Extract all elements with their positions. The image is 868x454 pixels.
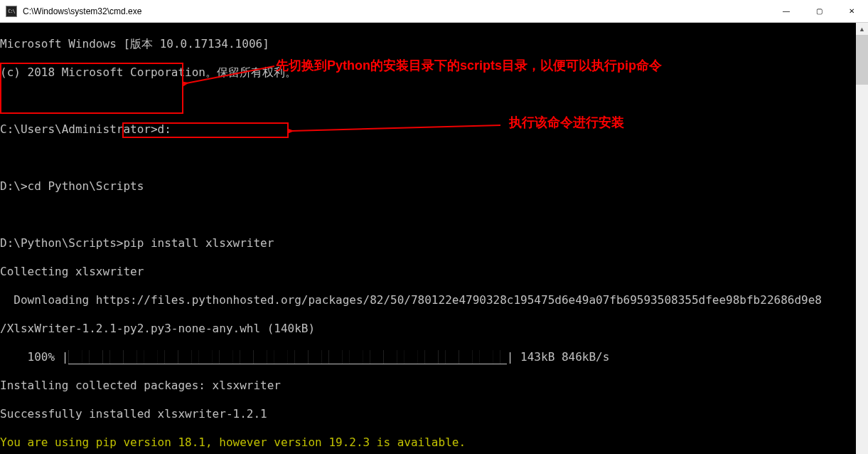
output-line (0, 151, 856, 165)
cmd-icon: C:\ (6, 6, 17, 17)
prompt-line: C:\Users\Administrator>d: (0, 122, 856, 137)
progress-bar: ████████████████████████████████████████… (68, 350, 507, 364)
window: C:\ C:\Windows\system32\cmd.exe — ▢ ✕ Mi… (0, 0, 868, 454)
prompt-line: D:\Python\Scripts>pip install xlsxwriter (0, 236, 856, 250)
terminal-area: Microsoft Windows [版本 10.0.17134.1006] (… (0, 23, 868, 454)
minimize-button[interactable]: — (770, 0, 803, 23)
scrollbar-track[interactable] (856, 35, 868, 454)
scrollbar-thumb[interactable] (856, 35, 868, 85)
prompt-line: D:\>cd Python\Scripts (0, 179, 856, 194)
titlebar[interactable]: C:\ C:\Windows\system32\cmd.exe — ▢ ✕ (0, 0, 868, 23)
output-line: /XlsxWriter-1.2.1-py2.py3-none-any.whl (… (0, 322, 856, 336)
output-line: Downloading https://files.pythonhosted.o… (0, 293, 856, 307)
terminal[interactable]: Microsoft Windows [版本 10.0.17134.1006] (… (0, 23, 856, 454)
output-line (0, 94, 856, 108)
output-line: Microsoft Windows [版本 10.0.17134.1006] (0, 37, 856, 51)
scrollbar[interactable]: ▲ ▼ (856, 23, 868, 454)
output-line: Collecting xlsxwriter (0, 265, 856, 279)
output-line: Installing collected packages: xlsxwrite… (0, 379, 856, 393)
warning-line: You are using pip version 18.1, however … (0, 435, 856, 450)
progress-line: 100% |██████████████████████████████████… (0, 350, 856, 364)
close-button[interactable]: ✕ (835, 0, 868, 23)
maximize-button[interactable]: ▢ (803, 0, 835, 23)
scroll-up-button[interactable]: ▲ (856, 23, 868, 35)
annotation-text-2: 执行该命令进行安装 (509, 115, 624, 130)
output-line (0, 208, 856, 222)
annotation-text-1: 先切换到Python的安装目录下的scripts目录，以便可以执行pip命令 (276, 58, 662, 73)
output-line: Successfully installed xlsxwriter-1.2.1 (0, 407, 856, 421)
window-title: C:\Windows\system32\cmd.exe (23, 6, 770, 16)
